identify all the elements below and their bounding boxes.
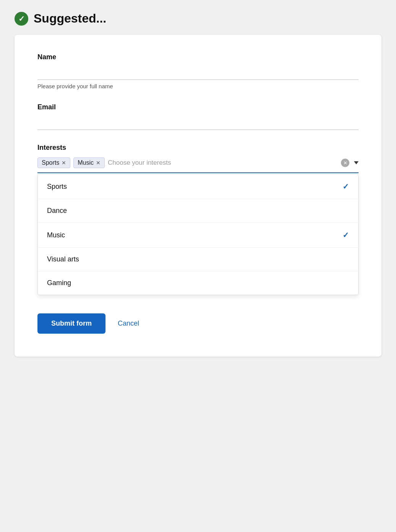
- interests-dropdown: Sports ✓ Dance Music ✓ Visual arts: [37, 174, 359, 295]
- email-label: Email: [37, 103, 359, 111]
- interests-field-group: Interests Sports ✕ Music ✕ Choose your: [37, 144, 359, 295]
- tag-music-remove[interactable]: ✕: [96, 160, 101, 165]
- dropdown-item-sports-check: ✓: [342, 182, 349, 191]
- submit-button[interactable]: Submit form: [37, 313, 105, 334]
- dropdown-item-visual-arts[interactable]: Visual arts: [38, 248, 358, 271]
- name-input[interactable]: [37, 65, 359, 80]
- dropdown-item-music[interactable]: Music ✓: [38, 223, 358, 248]
- tag-music-label: Music: [78, 159, 94, 166]
- multiselect-placeholder: Choose your interests: [108, 159, 338, 167]
- interests-label: Interests: [37, 144, 359, 152]
- interests-multiselect: Sports ✕ Music ✕ Choose your interests ✕: [37, 156, 359, 295]
- dropdown-item-sports-label: Sports: [47, 183, 67, 191]
- check-icon: [15, 12, 28, 26]
- form-card: Name Please provide your full name Email…: [15, 35, 381, 357]
- tag-sports: Sports ✕: [37, 157, 70, 168]
- name-hint: Please provide your full name: [37, 83, 359, 89]
- dropdown-item-dance[interactable]: Dance: [38, 199, 358, 223]
- dropdown-item-gaming[interactable]: Gaming: [38, 271, 358, 295]
- name-label: Name: [37, 53, 359, 61]
- dropdown-item-music-label: Music: [47, 231, 65, 239]
- dropdown-item-music-check: ✓: [342, 230, 349, 240]
- page-title: Suggested...: [34, 11, 106, 26]
- multiselect-input-row[interactable]: Sports ✕ Music ✕ Choose your interests ✕: [37, 156, 359, 173]
- page-wrapper: Suggested... Name Please provide your fu…: [15, 11, 381, 357]
- tag-sports-label: Sports: [42, 159, 59, 166]
- form-actions: Submit form Cancel: [37, 313, 359, 334]
- dropdown-item-visual-arts-label: Visual arts: [47, 255, 79, 263]
- multiselect-clear-button[interactable]: ✕: [341, 159, 349, 167]
- name-field-group: Name Please provide your full name: [37, 53, 359, 89]
- multiselect-arrow-icon[interactable]: [354, 161, 359, 164]
- suggested-header: Suggested...: [15, 11, 381, 26]
- dropdown-item-gaming-label: Gaming: [47, 279, 71, 287]
- dropdown-item-sports[interactable]: Sports ✓: [38, 174, 358, 199]
- cancel-button[interactable]: Cancel: [118, 320, 139, 328]
- tag-sports-remove[interactable]: ✕: [62, 160, 66, 165]
- tag-music: Music ✕: [73, 157, 105, 168]
- email-input[interactable]: [37, 115, 359, 130]
- dropdown-item-dance-label: Dance: [47, 207, 67, 215]
- email-field-group: Email: [37, 103, 359, 130]
